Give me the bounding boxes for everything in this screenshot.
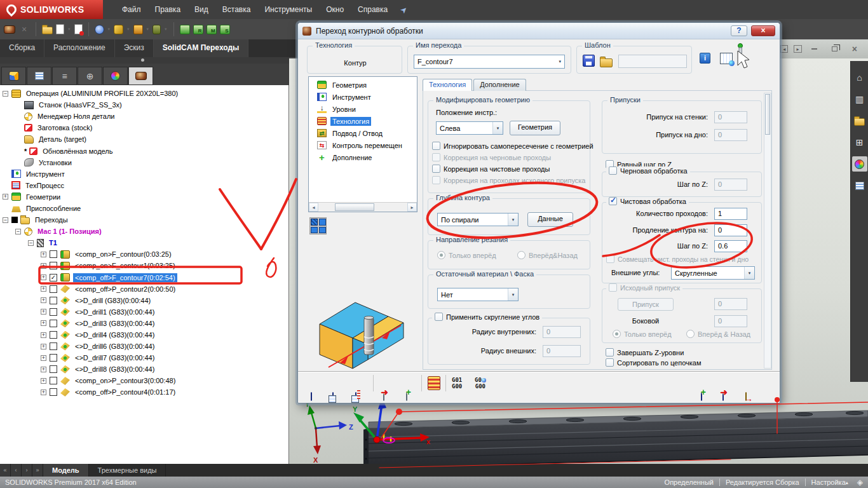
- checkbox-icon[interactable]: [609, 166, 617, 175]
- finish-machining-legend[interactable]: Чистовая обработка: [606, 197, 689, 205]
- save-calculate-gcode-icon[interactable]: [355, 392, 356, 401]
- last-tab-icon[interactable]: »: [32, 464, 43, 477]
- doc-restore-button[interactable]: [827, 43, 841, 55]
- finish-z-levels-row[interactable]: Завершать Z-уровни: [606, 348, 684, 356]
- taskpane-home[interactable]: ⌂: [852, 70, 867, 85]
- panel-tab-display-manager[interactable]: [103, 67, 128, 85]
- dock-right-icon[interactable]: ▸: [794, 45, 801, 53]
- wall-allowance-field[interactable]: 0: [714, 111, 747, 123]
- taskpane-appearances[interactable]: [852, 156, 867, 172]
- custom-properties-icon[interactable]: [855, 182, 864, 190]
- operation-checkbox[interactable]: [50, 342, 57, 350]
- ignore-self-intersection-row[interactable]: Игнорировать самопересечение с геометрие…: [432, 142, 593, 150]
- expand-icon[interactable]: +: [41, 274, 46, 280]
- open-template-icon[interactable]: [600, 58, 613, 67]
- tree-row[interactable]: +<>D_drill3 (G83)(0:00:44): [0, 318, 288, 329]
- tree-row[interactable]: +<>D_drill8 (G83)(0:00:44): [0, 363, 288, 375]
- tree-row[interactable]: +<comp_on>F_contour1(0:03:25): [0, 260, 288, 271]
- command-tab[interactable]: Сборка: [0, 39, 44, 57]
- chevron-down-icon[interactable]: ▾: [108, 27, 111, 32]
- radio-icon[interactable]: [517, 251, 526, 259]
- gcode-g00-toggle[interactable]: G0 G00: [475, 377, 486, 390]
- tree-row[interactable]: Деталь (target): [0, 133, 288, 145]
- checkbox-icon[interactable]: [432, 153, 440, 161]
- tree-row[interactable]: Инструмент: [0, 168, 288, 180]
- checkbox-icon[interactable]: [606, 255, 614, 263]
- expand-icon[interactable]: +: [41, 355, 46, 361]
- template-s-icon[interactable]: S: [220, 25, 230, 34]
- operation-checkbox[interactable]: [50, 365, 57, 373]
- tool-position-select[interactable]: Слева ▾: [436, 121, 503, 135]
- collapse-icon[interactable]: −: [3, 217, 8, 223]
- residual-select[interactable]: Нет ▾: [437, 288, 519, 301]
- checkbox-icon[interactable]: [606, 358, 614, 367]
- doc-minimize-button[interactable]: [808, 43, 822, 55]
- operation-checkbox[interactable]: [50, 262, 57, 269]
- operation-checkbox[interactable]: [50, 320, 57, 327]
- vertical-scrollbar[interactable]: [764, 93, 771, 369]
- save-new-operation-icon[interactable]: +: [701, 392, 702, 401]
- expand-icon[interactable]: +: [41, 286, 46, 292]
- tree-row[interactable]: +<>D_drill1 (G83)(0:00:44): [0, 306, 288, 318]
- expand-icon[interactable]: +: [41, 309, 46, 315]
- menu-item[interactable]: Справка: [351, 2, 394, 17]
- checkbox-icon[interactable]: [432, 176, 440, 184]
- next-tab-icon[interactable]: ›: [22, 464, 32, 477]
- tree-row[interactable]: ТехПроцесс: [0, 180, 288, 191]
- solidcam-manager-icon[interactable]: [135, 72, 147, 80]
- menu-item[interactable]: Вставка: [216, 2, 257, 17]
- property-manager-icon[interactable]: [35, 72, 44, 80]
- sheet-tab[interactable]: Трехмерные виды: [89, 464, 166, 477]
- save-icon[interactable]: [311, 392, 312, 401]
- data-button[interactable]: Данные: [527, 212, 573, 227]
- external-corners-select[interactable]: Скругленные ▾: [671, 266, 755, 280]
- tree-row[interactable]: −Мас 1 (1- Позиция): [0, 226, 288, 237]
- configuration-manager-icon[interactable]: ≡: [59, 71, 71, 82]
- operation-checkbox[interactable]: [50, 388, 57, 396]
- template-m-icon[interactable]: M: [207, 25, 217, 34]
- tree-row[interactable]: +<>D_drill4 (G83)(0:00:44): [0, 329, 288, 341]
- checkbox-icon[interactable]: [609, 283, 617, 292]
- taskpane-design-library[interactable]: ▥: [852, 92, 867, 107]
- exit-icon[interactable]: [745, 392, 747, 401]
- allowance-button[interactable]: Припуск: [618, 298, 674, 311]
- operation-name-select[interactable]: F_contour7 ▾: [414, 55, 565, 69]
- expand-icon[interactable]: +: [41, 378, 46, 384]
- dock-left-icon[interactable]: ◂: [780, 45, 788, 53]
- tree-row[interactable]: +<comp_on>F_contour(0:03:25): [0, 248, 288, 260]
- aluminium-profile-model[interactable]: [363, 410, 868, 468]
- floor-allowance-field[interactable]: 0: [714, 129, 747, 141]
- inner-radius-field[interactable]: 0: [543, 326, 581, 338]
- tree-row[interactable]: Менеджер Ноля детали: [0, 111, 288, 122]
- checkbox-icon[interactable]: [435, 313, 443, 321]
- home-icon[interactable]: ⌂: [854, 72, 865, 83]
- command-tab[interactable]: Расположение: [44, 39, 115, 57]
- save-template-icon[interactable]: [583, 55, 595, 67]
- expand-icon[interactable]: +: [41, 367, 46, 372]
- corner-rounding-legend[interactable]: Применить скругление углов: [432, 313, 542, 321]
- checkbox-icon[interactable]: [606, 348, 614, 356]
- delete-cam-part-icon[interactable]: [74, 24, 83, 34]
- prev-tab-icon[interactable]: ‹: [11, 464, 22, 477]
- tree-row[interactable]: +<comp_off>P_contour2(0:00:50): [0, 283, 288, 295]
- forward-back-radio[interactable]: Вперёд&Назад: [517, 251, 578, 259]
- chevron-down-icon[interactable]: ▾: [147, 27, 149, 32]
- radio-icon[interactable]: [686, 330, 695, 338]
- operation-checkbox[interactable]: [50, 377, 57, 384]
- panel-tab-configuration-manager[interactable]: ≡: [52, 67, 77, 85]
- menu-item[interactable]: Вид: [188, 2, 215, 17]
- checkbox-icon[interactable]: [609, 197, 617, 205]
- assembly-manager-icon[interactable]: [9, 71, 19, 81]
- radio-icon[interactable]: [437, 251, 445, 259]
- tree-row[interactable]: +✓<comp_off>F_contour7(0:02:54): [0, 272, 288, 283]
- expand-icon[interactable]: +: [41, 297, 46, 303]
- passes-field[interactable]: 1: [714, 208, 747, 220]
- tree-row[interactable]: −Операция (ALUMINIUM PROFILE 20X20L=380): [0, 88, 288, 99]
- machining-levels-icon[interactable]: [428, 376, 440, 390]
- tool-data-icon[interactable]: [720, 53, 733, 64]
- chevron-down-icon[interactable]: ▾: [127, 27, 130, 32]
- radio-icon[interactable]: [613, 330, 621, 338]
- geometry-button[interactable]: Геометрия: [510, 121, 560, 135]
- sort-by-chains-row[interactable]: Сортировать по цепочкам: [606, 358, 702, 367]
- expand-icon[interactable]: +: [3, 194, 8, 200]
